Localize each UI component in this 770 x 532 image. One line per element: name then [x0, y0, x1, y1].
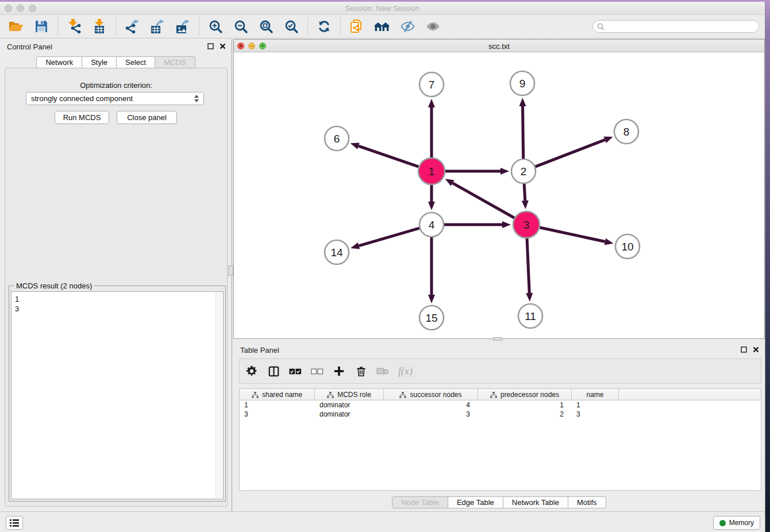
hide-panel-button[interactable] [395, 16, 420, 37]
task-history-button[interactable] [6, 516, 23, 530]
graph-edge-2-3[interactable] [524, 184, 525, 201]
graph-edge-2-9[interactable] [523, 106, 523, 159]
table-row[interactable]: 1dominator411 [240, 400, 761, 410]
export-table-button[interactable] [145, 16, 170, 37]
graph-edge-arrowhead [351, 242, 360, 249]
graph-node-1[interactable]: 1 [418, 158, 445, 184]
table-cell[interactable]: 1 [572, 400, 619, 410]
tab-select[interactable]: Select [117, 56, 155, 68]
graph-node-6[interactable]: 6 [325, 126, 349, 151]
zoom-selected-button[interactable] [279, 16, 304, 37]
export-image-button[interactable] [170, 16, 195, 37]
zoom-fit-button[interactable] [253, 16, 279, 37]
graph-node-2[interactable]: 2 [511, 159, 536, 183]
graph-node-4[interactable]: 4 [419, 213, 444, 237]
table-cell[interactable]: 2 [478, 410, 572, 419]
close-panel-button[interactable]: Close panel [117, 111, 177, 124]
column-header-name[interactable]: name [572, 389, 619, 400]
graph-edge-3-11[interactable] [527, 238, 529, 293]
import-network-button[interactable] [61, 16, 87, 37]
result-scrollbar[interactable] [215, 292, 222, 498]
clone-network-button[interactable] [344, 16, 369, 37]
import-table-button[interactable] [87, 16, 112, 37]
save-session-button[interactable] [29, 16, 54, 37]
graph-node-15[interactable]: 15 [419, 306, 444, 330]
column-header-predecessor-nodes[interactable]: predecessor nodes [478, 389, 572, 400]
graph-edge-arrowhead [605, 238, 614, 245]
table-cell[interactable]: 4 [384, 400, 478, 410]
graph-node-label: 11 [525, 310, 536, 322]
sort-hierarchy-icon [252, 392, 259, 398]
table-cell[interactable]: 3 [384, 410, 478, 419]
mcds-result-box[interactable]: 1 3 [11, 291, 224, 499]
table-tab-node-table[interactable]: Node Table [392, 496, 448, 508]
zoom-in-button[interactable] [203, 16, 228, 37]
select-all-button[interactable] [289, 364, 302, 379]
graph-node-label: 9 [519, 78, 526, 90]
column-header-successor-nodes[interactable]: successor nodes [384, 389, 478, 400]
graph-edge-3-1[interactable] [453, 183, 515, 218]
graph-edge-3-10[interactable] [540, 228, 605, 241]
window-titlebar[interactable]: Session: New Session [0, 2, 765, 15]
function-builder-button[interactable]: f(x) [398, 364, 413, 379]
dropdown-chevrons-icon [194, 95, 199, 102]
float-panel-icon[interactable] [207, 43, 214, 49]
table-settings-button[interactable] [245, 364, 258, 379]
graph-node-14[interactable]: 14 [325, 240, 349, 264]
show-panel-button[interactable] [420, 16, 445, 37]
graph-edge-4-14[interactable] [359, 228, 419, 246]
graph-edge-arrowhead [526, 293, 533, 302]
tab-style[interactable]: Style [82, 56, 117, 68]
show-columns-button[interactable] [267, 364, 280, 379]
table-tab-edge-table[interactable]: Edge Table [448, 496, 503, 508]
table-row[interactable]: 3dominator323 [240, 410, 761, 419]
apply-layout-button[interactable] [311, 16, 337, 37]
graph-node-3[interactable]: 3 [513, 211, 540, 238]
table-cell[interactable]: 1 [478, 400, 572, 410]
deselect-all-button[interactable] [311, 364, 324, 379]
network-canvas[interactable]: 7968124314101511 [234, 52, 764, 338]
delete-table-button[interactable] [376, 364, 389, 379]
table-cell[interactable]: dominator [315, 400, 384, 410]
column-label: shared name [262, 391, 302, 399]
graph-edge-1-6[interactable] [359, 146, 419, 167]
close-panel-icon[interactable] [220, 43, 226, 49]
network-window-titlebar[interactable]: ✕ − + scc.txt [234, 40, 764, 52]
memory-button[interactable]: Memory [713, 516, 760, 530]
float-table-panel-icon[interactable] [741, 346, 747, 353]
tab-mcds[interactable]: MCDS [155, 56, 195, 68]
search-input[interactable] [605, 21, 759, 32]
graph-node-8[interactable]: 8 [614, 119, 638, 144]
zoom-in-icon [209, 20, 223, 34]
criterion-dropdown[interactable]: strongly connected component [26, 92, 204, 105]
show-home-view-button[interactable] [369, 16, 395, 37]
export-network-icon [125, 19, 140, 34]
open-session-button[interactable] [3, 16, 29, 37]
horizontal-splitter-grip[interactable] [493, 337, 502, 341]
column-header-shared-name[interactable]: shared name [240, 389, 315, 400]
vertical-splitter-grip[interactable] [228, 265, 233, 276]
table-cell[interactable]: 3 [240, 410, 315, 419]
graph-node-10[interactable]: 10 [615, 234, 640, 259]
graph-node-7[interactable]: 7 [419, 72, 444, 97]
column-header-MCDS-role[interactable]: MCDS role [315, 389, 384, 400]
zoom-out-button[interactable] [228, 16, 253, 37]
search-field[interactable] [592, 20, 759, 33]
run-mcds-button[interactable]: Run MCDS [55, 111, 109, 124]
table-tab-network-table[interactable]: Network Table [503, 496, 568, 508]
table-cell[interactable]: 3 [572, 410, 619, 419]
graph-node-11[interactable]: 11 [518, 304, 542, 328]
graph-node-9[interactable]: 9 [510, 71, 534, 95]
table-cell[interactable]: 1 [240, 400, 315, 410]
criterion-dropdown-value: strongly connected component [31, 94, 194, 103]
delete-row-button[interactable] [355, 364, 367, 379]
delete-table-icon [376, 367, 389, 375]
add-row-button[interactable] [333, 364, 345, 379]
export-network-button[interactable] [120, 16, 145, 37]
graph-edge-2-8[interactable] [536, 140, 605, 167]
table-tab-motifs[interactable]: Motifs [568, 496, 606, 508]
close-table-panel-icon[interactable] [753, 346, 759, 353]
tab-network[interactable]: Network [36, 56, 82, 68]
table-cell[interactable]: dominator [315, 410, 384, 419]
export-image-icon [175, 19, 190, 34]
